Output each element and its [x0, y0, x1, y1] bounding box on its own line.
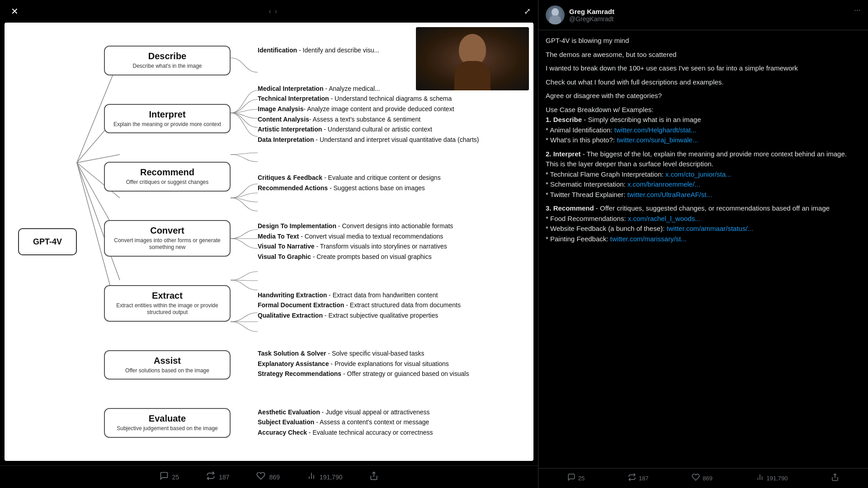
comment-count: 25	[172, 474, 179, 481]
video-overlay	[416, 27, 529, 90]
content-group-assist: Task Solution & Solver - Solve specific …	[258, 349, 533, 379]
next-arrow[interactable]: ›	[275, 7, 277, 15]
central-node: GPT-4V	[18, 228, 77, 255]
reply-action[interactable]: 25	[567, 473, 585, 483]
nav-arrows: ‹ ›	[269, 7, 277, 15]
username: Greg Kamradt	[569, 8, 614, 15]
content-item: Visual To Graphic - Create prompts based…	[258, 253, 533, 262]
retweet-action[interactable]: 187	[206, 471, 229, 483]
video-person	[416, 27, 529, 90]
cat-title-interpret: Interpret	[111, 109, 223, 120]
tweet-line-6: Use Case Breakdown w/ Examples: 1. Descr…	[546, 105, 861, 145]
content-item: Aesthetic Evaluation - Judge visual appe…	[258, 408, 533, 417]
share-icon	[369, 471, 378, 483]
tweet-header: Greg Kamradt @GregKamradt ···	[538, 0, 868, 30]
content-group-convert: Design To Implementation - Convert desig…	[258, 222, 533, 261]
share-sidebar-action[interactable]	[831, 473, 839, 483]
cat-title-recommend: Recommend	[111, 167, 223, 178]
link-animal-id[interactable]: twitter.com/Helghardt/stat...	[614, 126, 697, 134]
cat-desc-assist: Offer solutions based on the image	[111, 367, 223, 375]
like-sidebar-count: 869	[703, 475, 712, 482]
content-item: Formal Document Extraction - Extract str…	[258, 301, 533, 310]
link-thread-explainer[interactable]: twitter.com/UltraRareAF/st...	[627, 191, 712, 198]
content-item: Qualitative Extraction - Extract subject…	[258, 311, 533, 320]
user-handle: @GregKamradt	[569, 15, 614, 23]
share-action[interactable]	[369, 471, 378, 483]
more-button[interactable]: ···	[854, 5, 861, 15]
comment-action[interactable]: 25	[160, 471, 179, 483]
content-item: Technical Interpretation - Understand te…	[258, 94, 533, 103]
like-action[interactable]: 869	[256, 471, 279, 483]
link-whats-in-photo[interactable]: twitter.com/suraj_binwale...	[617, 136, 698, 144]
content-item: Accuracy Check - Evaluate technical accu…	[258, 428, 533, 437]
bottom-bar: 25 187 869	[0, 465, 538, 488]
retweet-icon	[206, 471, 215, 483]
prev-arrow[interactable]: ‹	[269, 7, 271, 15]
content-item: Image Analysis- Analyze image content an…	[258, 105, 533, 114]
content-item: Recommended Actions - Suggest actions ba…	[258, 184, 533, 193]
cat-title-extract: Extract	[111, 291, 223, 301]
tweet-line-1: GPT-4V is blowing my mind	[546, 36, 861, 46]
views-action[interactable]: 191,790	[307, 471, 343, 483]
link-painting[interactable]: twitter.com/marissary/st...	[610, 235, 687, 243]
content-group-evaluate: Aesthetic Evaluation - Judge visual appe…	[258, 408, 533, 437]
retweet-sidebar-count: 187	[639, 475, 649, 482]
expand-button[interactable]: ⤢	[524, 6, 531, 16]
category-evaluate: Evaluate Subjective judgement based on t…	[104, 408, 231, 438]
link-flame-graph[interactable]: x.com/cto_junior/sta...	[665, 170, 731, 178]
content-item: Data Interpretation - Understand and int…	[258, 136, 533, 145]
left-panel: ✕ ‹ › ⤢	[0, 0, 538, 488]
category-describe: Describe Describe what's in the image	[104, 46, 231, 75]
content-item: Handwriting Extraction - Extract data fr…	[258, 291, 533, 300]
tweet-body[interactable]: GPT-4V is blowing my mind The demos are …	[538, 30, 868, 468]
tweet-line-7: 2. Interpret - The biggest of the lot, e…	[546, 149, 861, 200]
avatar	[546, 5, 565, 24]
category-convert: Convert Convert images into other forms …	[104, 220, 231, 257]
cat-title-convert: Convert	[111, 225, 223, 236]
image-area: GPT-4V Describe Describe what's in the i…	[5, 23, 533, 461]
like-sidebar-action[interactable]: 869	[692, 473, 712, 483]
cat-desc-interpret: Explain the meaning or provide more cont…	[111, 121, 223, 128]
tweet-line-5: Agree or disagree with the categories?	[546, 91, 861, 101]
retweet-sidebar-action[interactable]: 187	[628, 473, 649, 483]
content-item: Strategy Recommendations - Offer strateg…	[258, 370, 533, 379]
share-sidebar-icon	[831, 473, 839, 483]
right-panel: Greg Kamradt @GregKamradt ··· GPT-4V is …	[538, 0, 868, 488]
like-sidebar-icon	[692, 473, 700, 483]
category-interpret: Interpret Explain the meaning or provide…	[104, 104, 231, 134]
cat-title-evaluate: Evaluate	[111, 413, 223, 424]
tweet-line-4: Check out what I found with full descrip…	[546, 77, 861, 88]
link-schematic[interactable]: x.com/brianroemmele/...	[627, 180, 700, 188]
reply-icon	[567, 473, 576, 483]
content-item: Media To Text - Convert visual media to …	[258, 232, 533, 241]
content-item: Visual To Narrative - Transform visuals …	[258, 242, 533, 251]
tweet-text: GPT-4V is blowing my mind The demos are …	[546, 36, 861, 244]
views-sidebar-icon	[756, 473, 764, 483]
category-extract: Extract Extract entities within the imag…	[104, 285, 231, 322]
link-website-feedback[interactable]: twitter.com/ammaar/status/...	[666, 225, 753, 232]
tweet-line-8: 3. Recommend - Offer critiques, suggeste…	[546, 203, 861, 244]
close-button[interactable]: ✕	[7, 4, 22, 19]
cat-desc-recommend: Offer critiques or suggest changes	[111, 179, 223, 186]
cat-desc-extract: Extract entities within the image or pro…	[111, 302, 223, 316]
content-item: Subject Evaluation - Assess a content's …	[258, 418, 533, 427]
content-group-recommend: Critiques & Feedback - Evaluate and crit…	[258, 174, 533, 192]
category-recommend: Recommend Offer critiques or suggest cha…	[104, 162, 231, 192]
tweet-user: Greg Kamradt @GregKamradt	[546, 5, 614, 24]
views-sidebar-action[interactable]: 191,790	[756, 473, 788, 483]
tweet-line-3: I wanted to break down the 100+ use case…	[546, 63, 861, 74]
content-group-interpret: Medical Interpretation - Analyze medical…	[258, 84, 533, 145]
reply-count: 25	[578, 475, 585, 482]
link-food-rec[interactable]: x.com/rachel_l_woods...	[628, 215, 701, 222]
like-icon	[256, 471, 265, 483]
cat-title-describe: Describe	[111, 51, 223, 61]
tweet-actions: 25 187 869	[538, 468, 868, 488]
content-item: Artistic Interpretation - Understand cul…	[258, 125, 533, 134]
retweet-sidebar-icon	[628, 473, 636, 483]
content-item: Content Analysis- Assess a text's substa…	[258, 115, 533, 124]
views-sidebar-count: 191,790	[767, 475, 788, 482]
cat-title-assist: Assist	[111, 356, 223, 366]
content-item: Task Solution & Solver - Solve specific …	[258, 349, 533, 358]
category-assist: Assist Offer solutions based on the imag…	[104, 350, 231, 380]
top-bar: ✕ ‹ › ⤢	[0, 0, 538, 23]
